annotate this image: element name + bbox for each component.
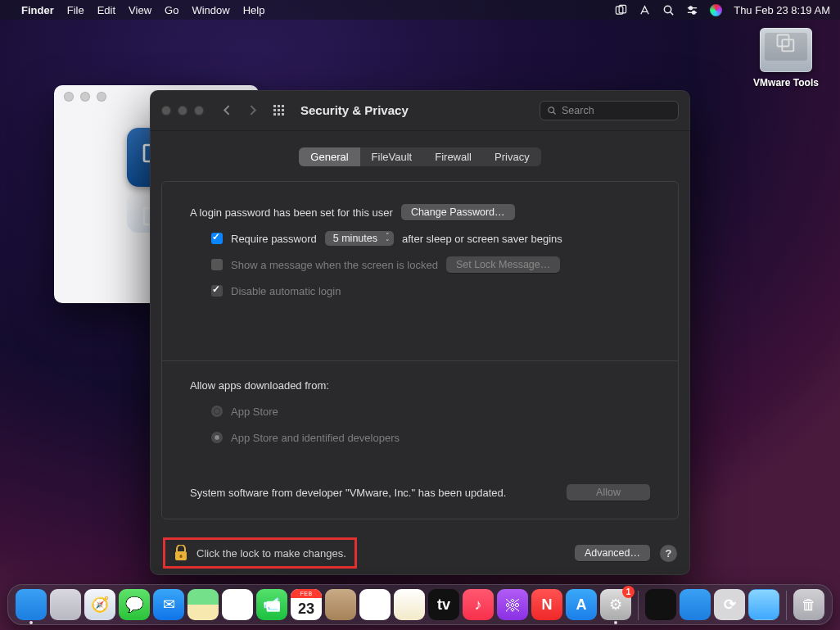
desktop-icon-vmware-tools[interactable]: VMware Tools (750, 28, 822, 88)
spotlight-icon[interactable] (662, 4, 675, 16)
window-controls[interactable] (64, 92, 106, 102)
change-password-button[interactable]: Change Password… (401, 204, 515, 220)
svg-point-23 (549, 107, 554, 112)
pref-window-title: Security & Privacy (300, 103, 409, 117)
dock-maps[interactable] (187, 589, 219, 620)
svg-point-2 (665, 6, 671, 12)
allow-apps-label: Allow apps downloaded from: (190, 379, 329, 392)
require-password-delay-select[interactable]: 5 minutes˄˅ (325, 231, 394, 246)
pref-tabs: General FileVault Firewall Privacy (299, 147, 540, 166)
show-message-checkbox (211, 259, 223, 270)
svg-rect-14 (273, 105, 276, 107)
svg-rect-8 (778, 34, 789, 46)
dock-reminders[interactable] (359, 589, 391, 620)
dock-tv[interactable] (428, 589, 459, 620)
svg-rect-26 (180, 555, 183, 558)
tab-firewall[interactable]: Firewall (423, 147, 483, 166)
dock-safari[interactable] (84, 589, 115, 620)
svg-point-7 (693, 11, 696, 14)
control-center-icon[interactable] (686, 4, 698, 16)
dock-finder[interactable] (16, 589, 47, 620)
system-software-text: System software from developer "VMware, … (190, 487, 506, 499)
lock-to-make-changes[interactable]: Click the lock to make changes. (163, 537, 357, 569)
system-preferences-window: Security & Privacy Search General FileVa… (150, 90, 690, 575)
radio-app-store-label: App Store (231, 406, 278, 418)
svg-rect-18 (278, 109, 280, 111)
dock-recent-app-1[interactable] (680, 589, 711, 620)
dock-system-preferences[interactable]: 1 (600, 589, 631, 620)
advanced-button[interactable]: Advanced… (575, 545, 650, 561)
radio-identified-developers (211, 432, 223, 443)
svg-point-5 (689, 6, 693, 9)
dock-separator (638, 591, 639, 620)
dock-notes[interactable] (394, 589, 425, 620)
lock-text: Click the lock to make changes. (196, 547, 346, 560)
radio-identified-label: App Store and identified developers (231, 432, 400, 444)
svg-rect-15 (278, 105, 280, 107)
tab-privacy[interactable]: Privacy (483, 147, 541, 166)
dock-facetime[interactable] (256, 589, 287, 620)
menu-edit[interactable]: Edit (97, 4, 115, 16)
dock-music[interactable] (463, 589, 494, 620)
dock-separator (786, 591, 787, 620)
menubar-datetime[interactable]: Thu Feb 23 8:19 AM (734, 4, 830, 16)
dock-photos[interactable] (222, 589, 253, 620)
dock-app-store[interactable] (566, 589, 597, 620)
menubar-app-name[interactable]: Finder (21, 4, 54, 16)
svg-line-24 (553, 111, 556, 114)
dock-calendar[interactable]: FEB 23 (291, 589, 322, 620)
lock-icon (174, 545, 188, 561)
menu-bar: Finder File Edit View Go Window Help Thu… (0, 0, 840, 20)
require-password-checkbox[interactable] (211, 233, 223, 244)
tab-general[interactable]: General (299, 147, 359, 166)
nav-forward-icon[interactable] (247, 105, 258, 116)
svg-rect-19 (282, 109, 284, 111)
svg-rect-21 (278, 113, 280, 116)
help-button[interactable]: ? (660, 545, 677, 562)
dock-recent-app-2[interactable] (714, 589, 745, 620)
svg-rect-9 (782, 39, 793, 51)
show-all-icon[interactable] (273, 104, 286, 117)
login-password-text: A login password has been set for this u… (190, 206, 393, 219)
dock-contacts[interactable] (325, 589, 356, 620)
dock-activity-monitor[interactable] (645, 589, 676, 620)
search-placeholder: Search (562, 105, 594, 116)
dock-mail[interactable] (153, 589, 184, 620)
menu-view[interactable]: View (129, 4, 151, 16)
menu-go[interactable]: Go (165, 4, 178, 16)
dock-launchpad[interactable] (50, 589, 81, 620)
svg-rect-17 (273, 109, 276, 111)
svg-rect-16 (282, 105, 284, 107)
svg-rect-22 (282, 113, 284, 116)
set-lock-message-button: Set Lock Message… (446, 256, 560, 273)
dock-news[interactable] (531, 589, 562, 620)
show-message-label: Show a message when the screen is locked (231, 259, 438, 271)
require-password-label: Require password (231, 233, 317, 245)
dock-badge: 1 (622, 586, 635, 598)
menu-file[interactable]: File (67, 4, 84, 16)
require-password-suffix: after sleep or screen saver begins (402, 233, 562, 245)
keyboard-input-icon[interactable] (639, 4, 651, 16)
svg-line-3 (671, 11, 673, 14)
radio-app-store (211, 406, 223, 417)
window-controls[interactable] (161, 106, 204, 116)
stage-manager-icon[interactable] (615, 4, 627, 16)
allow-button: Allow (567, 484, 650, 501)
menubar-tray: Thu Feb 23 8:19 AM (615, 4, 830, 16)
dock-downloads[interactable] (748, 589, 779, 620)
desktop-icon-label: VMware Tools (750, 77, 822, 88)
menu-window[interactable]: Window (192, 4, 229, 16)
dock-trash[interactable] (793, 589, 824, 620)
tab-filevault[interactable]: FileVault (360, 147, 424, 166)
pref-toolbar: Security & Privacy Search (150, 90, 690, 131)
nav-back-icon[interactable] (222, 105, 233, 116)
disable-auto-login-label: Disable automatic login (231, 285, 341, 297)
pref-content: A login password has been set for this u… (161, 181, 679, 519)
siri-icon[interactable] (710, 4, 722, 16)
menu-help[interactable]: Help (243, 4, 265, 16)
disk-icon (760, 28, 812, 72)
dock-messages[interactable] (119, 589, 150, 620)
dock-podcasts[interactable] (497, 589, 528, 620)
svg-rect-20 (273, 113, 276, 116)
search-input[interactable]: Search (540, 101, 679, 120)
